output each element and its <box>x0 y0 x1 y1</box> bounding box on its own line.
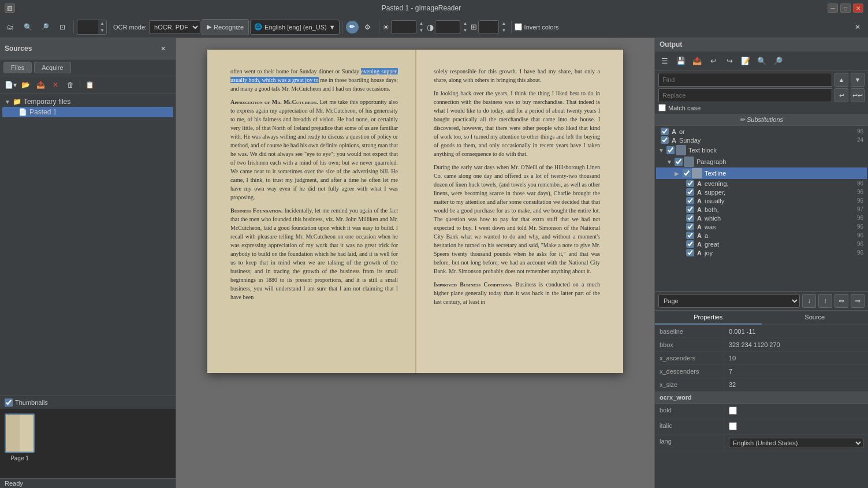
thumbnails-checkbox[interactable] <box>5 398 13 407</box>
check-both[interactable] <box>686 206 694 213</box>
maximize-button[interactable]: □ <box>840 3 851 13</box>
tab-files[interactable]: Files <box>3 62 32 73</box>
replace-btn[interactable]: ↩ <box>835 88 848 102</box>
output-export-btn[interactable]: 📤 <box>690 53 705 68</box>
check-textline[interactable] <box>683 169 691 177</box>
clear-btn[interactable]: 🗑 <box>64 78 77 92</box>
label-evening: evening, <box>705 180 856 187</box>
contrast-input[interactable]: 0 <box>435 20 460 34</box>
tree-node-paragraph[interactable]: ▼ Paragraph <box>656 156 867 167</box>
zoom-input[interactable]: 0.0 <box>77 23 98 31</box>
page-select[interactable]: Page <box>658 294 800 308</box>
word-row-evening[interactable]: A evening, 96 <box>656 179 867 188</box>
check-usually[interactable] <box>686 197 694 204</box>
word-row-joy[interactable]: A joy 96 <box>656 248 867 257</box>
find-input[interactable] <box>658 73 832 87</box>
find-next-btn[interactable]: ▼ <box>851 73 865 87</box>
tab-properties[interactable]: Properties <box>655 311 762 325</box>
check-supper[interactable] <box>686 188 694 196</box>
output-layout-btn[interactable]: ☰ <box>657 53 672 68</box>
word-row-was[interactable]: A was 96 <box>656 222 867 231</box>
paste-btn[interactable]: 📋 <box>83 78 96 92</box>
word-row-or[interactable]: A or 96 <box>656 127 867 136</box>
check-or[interactable] <box>661 128 669 135</box>
zoom-in-button[interactable]: 🔍 <box>20 19 36 35</box>
check-which[interactable] <box>686 214 694 222</box>
check-evening[interactable] <box>686 180 694 187</box>
word-row-supper[interactable]: A supper, 96 <box>656 188 867 196</box>
lang-box[interactable]: 🌐 English [eng] (en_US) ▼ <box>250 20 340 35</box>
thumbnails-header[interactable]: Thumbnails <box>0 396 176 409</box>
word-row-usually[interactable]: A usually 96 <box>656 196 867 205</box>
check-great[interactable] <box>686 240 694 248</box>
resolution-input[interactable]: 100 <box>478 20 499 34</box>
settings-button[interactable]: ⚙ <box>360 19 376 35</box>
contrast-down[interactable]: ▼ <box>461 27 470 34</box>
add-file-btn[interactable]: 📄▾ <box>3 78 17 92</box>
prop-row-italic: italic <box>655 419 868 435</box>
resolution-down[interactable]: ▼ <box>500 27 508 34</box>
output-spellcheck-btn[interactable]: 📝 <box>738 53 753 68</box>
right-panel: Output ☰ 💾 📤 ↩ ↪ 📝 🔍 🔎 ▲ ▼ ↩ ↩↩ <box>654 38 868 488</box>
output-redo-btn[interactable]: ↪ <box>722 53 737 68</box>
close-button[interactable]: ✕ <box>853 3 863 13</box>
recognize-button[interactable]: ▶ Recognize <box>202 19 249 35</box>
invert-label[interactable]: Invert colors <box>515 23 559 31</box>
open-folder-btn[interactable]: 📂 <box>18 78 32 92</box>
replace-all-btn[interactable]: ↩↩ <box>851 88 865 102</box>
contrast-icon: ◑ <box>427 23 434 32</box>
word-row-a[interactable]: A a 96 <box>656 231 867 240</box>
nav-collapse-btn[interactable]: ⇒ <box>851 294 865 308</box>
find-prev-btn[interactable]: ▲ <box>835 73 848 87</box>
minimize-button[interactable]: ─ <box>828 3 838 13</box>
nav-up-btn[interactable]: ↑ <box>818 294 832 308</box>
ocr-mode-select[interactable]: hOCR, PDF <box>149 20 200 34</box>
remove-btn[interactable]: ✕ <box>49 78 62 92</box>
check-sunday[interactable] <box>661 136 669 144</box>
replace-row: ↩ ↩↩ <box>658 88 865 102</box>
export-btn[interactable]: 📤 <box>33 78 47 92</box>
thumb-left-half <box>6 415 20 452</box>
word-row-both[interactable]: A both, 97 <box>656 205 867 214</box>
tree-file[interactable]: 📄 Pasted 1 <box>2 107 173 117</box>
zoom-up[interactable]: ▲ <box>98 20 106 27</box>
output-find-btn[interactable]: 🔍 <box>754 53 769 68</box>
brightness-input[interactable]: 0 <box>391 20 416 34</box>
zoom-down[interactable]: ▼ <box>98 27 106 34</box>
check-a[interactable] <box>686 232 694 239</box>
tab-source[interactable]: Source <box>762 311 869 325</box>
brightness-up[interactable]: ▲ <box>418 20 426 27</box>
zoom-out-button[interactable]: 🔎 <box>37 19 53 35</box>
invert-checkbox[interactable] <box>515 23 522 31</box>
brightness-down[interactable]: ▼ <box>418 27 426 34</box>
check-paragraph[interactable] <box>675 158 683 166</box>
tree-node-textline[interactable]: ▶ Textline <box>656 167 867 179</box>
resolution-up[interactable]: ▲ <box>500 20 508 27</box>
close-doc-button[interactable]: ✕ <box>850 19 866 35</box>
output-zoom-btn[interactable]: 🔎 <box>770 53 785 68</box>
zoom-fit-button[interactable]: ⊡ <box>54 19 70 35</box>
tree-folder[interactable]: ▼ 📁 Temporary files <box>2 96 173 107</box>
word-row-great[interactable]: A great 96 <box>656 240 867 248</box>
sources-close[interactable]: ✕ <box>155 40 171 57</box>
nav-expand-btn[interactable]: ⇔ <box>835 294 848 308</box>
tab-acquire[interactable]: Acquire <box>34 62 70 73</box>
nav-down-btn[interactable]: ↓ <box>802 294 816 308</box>
match-case-checkbox[interactable] <box>658 104 666 111</box>
output-save-btn[interactable]: 💾 <box>673 53 688 68</box>
open-button[interactable]: 🗂 <box>2 19 18 35</box>
center-panel[interactable]: often went to their home for Sunday dinn… <box>176 38 654 488</box>
check-joy[interactable] <box>686 249 694 256</box>
word-row-which[interactable]: A which 96 <box>656 214 867 222</box>
check-was[interactable] <box>686 223 694 230</box>
thumb-page1[interactable]: Page 1 <box>5 414 35 474</box>
tree-node-textblock[interactable]: ▼ Text block <box>656 144 867 156</box>
bold-checkbox[interactable] <box>729 407 737 415</box>
italic-checkbox[interactable] <box>729 422 737 430</box>
replace-input[interactable] <box>658 88 832 102</box>
check-textblock[interactable] <box>666 146 675 154</box>
contrast-up[interactable]: ▲ <box>461 20 470 27</box>
word-row-sunday[interactable]: A Sunday 24 <box>656 136 867 144</box>
lang-select[interactable]: English (United States) <box>729 438 863 448</box>
output-undo-btn[interactable]: ↩ <box>706 53 721 68</box>
